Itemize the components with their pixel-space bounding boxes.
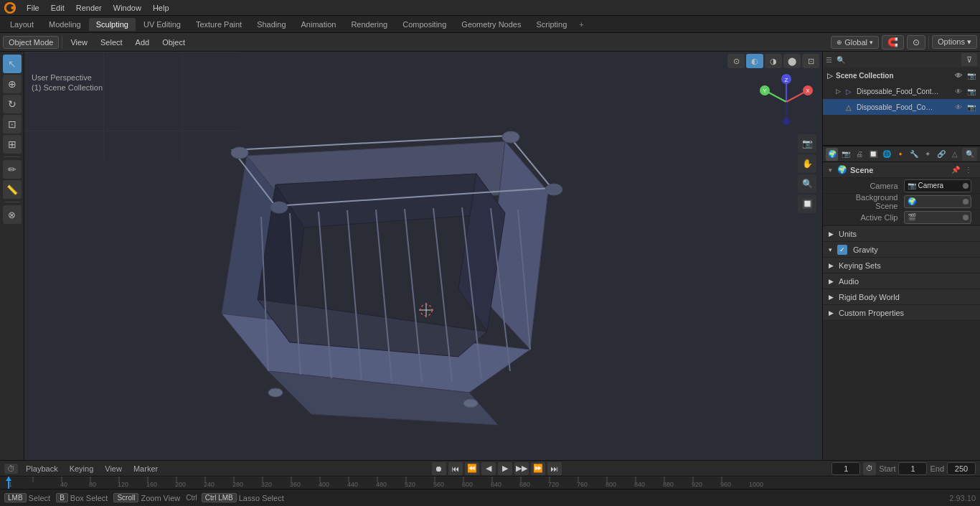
outliner-item-container-child[interactable]: △ Disposable_Food_Contai... 👁 📷 [823, 99, 980, 115]
rotate-tool[interactable]: ↻ [3, 95, 22, 113]
rigid-body-header[interactable]: ▶ Rigid Body World [823, 289, 980, 305]
tab-rendering[interactable]: Rendering [344, 18, 395, 31]
audio-header[interactable]: ▶ Audio [823, 273, 980, 289]
props-tab-scene[interactable]: 🌍 [826, 148, 838, 161]
props-tab-view-layer[interactable]: 🔲 [867, 148, 879, 161]
props-tab-world[interactable]: 🌐 [880, 148, 892, 161]
timeline-marker-menu[interactable]: Marker [130, 463, 161, 474]
scene-pin-icon[interactable]: 📌 [950, 164, 961, 176]
viewport-zoom-in[interactable]: 🔍 [798, 174, 816, 193]
timeline-type-icon[interactable]: ⏱ [4, 464, 18, 474]
gravity-checkbox[interactable]: ✓ [837, 245, 847, 255]
camera-keyframe-dot[interactable] [963, 183, 969, 189]
move-tool[interactable]: ⊕ [3, 75, 22, 93]
skip-to-end-btn[interactable]: ⏭ [547, 462, 562, 475]
gravity-header[interactable]: ▾ ✓ Gravity [823, 242, 980, 258]
timeline-playback-menu[interactable]: Playback [22, 463, 62, 474]
props-tab-modifier[interactable]: 🔧 [908, 148, 920, 161]
select-tool[interactable]: ↖ [3, 55, 22, 73]
timeline-keying-menu[interactable]: Keying [66, 463, 98, 474]
active-clip-value[interactable]: 🎬 [904, 211, 972, 224]
props-tab-data[interactable]: △ [948, 148, 961, 161]
proportional-edit[interactable]: ⊙ [907, 35, 925, 50]
custom-props-header[interactable]: ▶ Custom Properties [823, 305, 980, 321]
tab-sculpting[interactable]: Sculpting [89, 18, 136, 31]
shading-rendered[interactable]: ⬤ [783, 54, 801, 68]
viewport-camera-view[interactable]: 📷 [798, 134, 816, 153]
tab-modeling[interactable]: Modeling [42, 18, 88, 31]
keying-sets-header[interactable]: ▶ Keying Sets [823, 258, 980, 273]
background-scene-value[interactable]: 🌍 [904, 195, 972, 208]
shading-material[interactable]: ◑ [765, 54, 782, 68]
next-keyframe-btn[interactable]: ⏩ [531, 462, 545, 475]
active-clip-dot[interactable] [963, 215, 969, 220]
annotate-tool[interactable]: ✏ [3, 160, 22, 179]
tab-scripting[interactable]: Scripting [529, 18, 574, 31]
timeline-view-menu[interactable]: View [101, 463, 126, 474]
shading-wireframe[interactable]: ⊡ [802, 54, 819, 68]
snap-toggle[interactable]: 🧲 [882, 35, 904, 50]
stop-record-btn[interactable]: ⏺ [432, 462, 446, 475]
tab-geometry-nodes[interactable]: Geometry Nodes [454, 18, 528, 31]
viewport-pan[interactable]: ✋ [798, 154, 816, 173]
viewport-object-menu[interactable]: Object [157, 37, 190, 48]
tab-texture-paint[interactable]: Texture Paint [189, 18, 249, 31]
menu-help[interactable]: Help [148, 2, 174, 14]
current-frame-input[interactable]: 1 [831, 462, 860, 475]
outliner-filter[interactable]: ⊽ [961, 53, 977, 66]
camera-value[interactable]: 📷 Camera [904, 179, 972, 192]
menu-file[interactable]: File [22, 2, 44, 14]
container-parent-render[interactable]: 📷 [967, 88, 976, 95]
show-overlays[interactable]: ⊙ [727, 54, 745, 68]
transform-orientation[interactable]: ⊕ Global ▾ [831, 36, 879, 49]
measure-tool[interactable]: 📏 [3, 180, 22, 199]
props-tab-constraints[interactable]: 🔗 [935, 148, 947, 161]
add-cube-tool[interactable]: ⊗ [3, 205, 22, 224]
transform-tool[interactable]: ⊞ [3, 135, 22, 154]
scale-tool[interactable]: ⊡ [3, 115, 22, 133]
outliner-scene-collection[interactable]: ▷ Scene Collection 👁 📷 [823, 67, 980, 83]
tab-shading[interactable]: Shading [250, 18, 293, 31]
viewport-view-menu[interactable]: View [65, 37, 93, 48]
tab-uv-editing[interactable]: UV Editing [136, 18, 188, 31]
next-frame-btn[interactable]: ▶▶ [514, 462, 529, 475]
tab-add[interactable]: + [575, 18, 588, 31]
scene-collection-vis[interactable]: 👁 [955, 72, 962, 80]
options-button[interactable]: Options ▾ [932, 35, 977, 49]
props-tab-particles[interactable]: ✦ [921, 148, 933, 161]
props-search[interactable]: 🔍 [962, 148, 977, 161]
viewport-3d[interactable]: User Perspective (1) Scene Collection Z … [24, 52, 822, 460]
scene-props-header[interactable]: ▾ 🌍 Scene 📌 ⋮ [823, 162, 980, 178]
start-frame-input[interactable]: 1 [898, 462, 927, 475]
bg-scene-dot[interactable] [963, 199, 969, 205]
outliner-item-container-parent[interactable]: ▷ ▷ Disposable_Food_Container_ 👁 📷 [823, 83, 980, 99]
tab-layout[interactable]: Layout [3, 18, 41, 31]
menu-render[interactable]: Render [71, 2, 107, 14]
props-tab-output[interactable]: 🖨 [853, 148, 865, 161]
menu-edit[interactable]: Edit [46, 2, 70, 14]
viewport-add-menu[interactable]: Add [131, 37, 155, 48]
viewport-gizmo[interactable]: Z X Y [758, 73, 815, 131]
object-mode-dropdown[interactable]: Object Mode [3, 36, 59, 49]
viewport-material[interactable]: 🔲 [798, 195, 816, 213]
shading-solid[interactable]: ◐ [746, 54, 763, 68]
container-child-render[interactable]: 📷 [967, 103, 976, 111]
prev-frame-btn[interactable]: ◀ [481, 462, 496, 475]
tab-animation[interactable]: Animation [294, 18, 344, 31]
timeline-ruler[interactable]: 1 40 80 120 160 200 240 280 320 360 [0, 477, 980, 489]
skip-to-start-btn[interactable]: ⏮ [448, 462, 463, 475]
end-frame-input[interactable]: 250 [947, 462, 976, 475]
play-btn[interactable]: ▶ [498, 462, 512, 475]
frame-clock-btn[interactable]: ⏱ [863, 462, 876, 475]
container-child-vis[interactable]: 👁 [955, 103, 962, 111]
menu-window[interactable]: Window [108, 2, 146, 14]
viewport-select-menu[interactable]: Select [95, 37, 128, 48]
props-tab-object[interactable]: 🔸 [894, 148, 906, 161]
prev-keyframe-btn[interactable]: ⏪ [465, 462, 479, 475]
tab-compositing[interactable]: Compositing [395, 18, 453, 31]
props-tab-render[interactable]: 📷 [839, 148, 852, 161]
scene-collection-render[interactable]: 📷 [967, 72, 976, 80]
units-header[interactable]: ▶ Units [823, 226, 980, 242]
container-parent-vis[interactable]: 👁 [955, 88, 962, 95]
scene-menu-icon[interactable]: ⋮ [963, 164, 974, 176]
